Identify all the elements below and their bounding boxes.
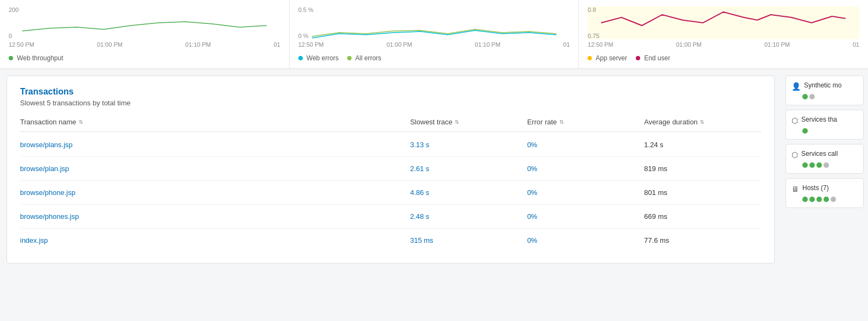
transactions-table-header: Transaction name ⇅ Slowest trace ⇅ Error… [20,118,761,132]
transaction-slowest: 2.48 s [410,212,527,221]
top-charts-container: 200 0 12:50 PM 01:00 PM 01:10 PM 01 Web … [0,0,868,69]
all-errors-dot [347,56,352,60]
services-call-icon: ⬡ [792,150,798,159]
hosts-dots [792,197,858,202]
services-call-dot-4 [824,162,829,168]
hosts-dot-3 [816,197,822,202]
web-errors-legend-item: Web errors [298,54,339,62]
services-that-dot-1 [802,128,808,134]
end-user-dot [636,56,640,60]
throughput-legend: Web throughput [9,52,280,62]
transactions-section: Transactions Slowest 5 transactions by t… [7,75,775,263]
col-header-name[interactable]: Transaction name ⇅ [20,118,410,126]
sort-name-icon: ⇅ [79,119,83,125]
transaction-slowest: 315 ms [410,236,527,244]
services-call-dot-2 [809,162,815,168]
apdex-legend: App server End user [588,52,859,62]
table-row: browse/phones.jsp 2.48 s 0% 669 ms [20,205,761,229]
apdex-y-bottom: 0.75 [588,33,599,39]
apdex-chart-panel: 0.8 0.75 12:50 PM 01:00 PM 01:10 PM 01 A… [579,0,868,68]
transaction-name-link[interactable]: browse/phones.jsp [20,212,410,221]
hosts-icon: 🖥 [792,185,799,193]
transaction-name-link[interactable]: browse/phone.jsp [20,188,410,197]
sort-slowest-icon: ⇅ [455,119,459,125]
apdex-y-labels: 0.8 0.75 [588,7,599,39]
hosts-dot-2 [809,197,815,202]
apdex-x-labels: 12:50 PM 01:00 PM 01:10 PM 01 [588,41,859,52]
transaction-name-link[interactable]: browse/plans.jsp [20,141,410,149]
transaction-slowest: 2.61 s [410,165,527,173]
throughput-svg [9,7,280,39]
transaction-name-link[interactable]: index.jsp [20,236,410,244]
synthetic-icon: 👤 [792,82,801,91]
transactions-subtitle: Slowest 5 transactions by total time [20,99,761,107]
throughput-dot [9,56,13,60]
transaction-error: 0% [527,212,644,221]
app-server-dot [588,56,592,60]
apdex-svg [588,7,859,39]
throughput-y-top: 200 [9,7,18,13]
sidebar-item-hosts[interactable]: 🖥 Hosts (7) [786,178,864,208]
sidebar-services-that-title: Services tha [801,116,837,124]
throughput-y-labels: 200 0 [9,7,18,39]
sidebar-services-that-header: ⬡ Services tha [792,116,858,125]
transaction-error: 0% [527,141,644,149]
apdex-y-top: 0.8 [588,7,599,13]
hosts-dot-1 [802,197,808,202]
transaction-avg: 801 ms [644,188,761,197]
sort-error-icon: ⇅ [559,119,564,125]
errors-svg [298,7,570,39]
sidebar-synthetic-header: 👤 Synthetic mo [792,81,858,91]
sidebar-services-call-title: Services call [801,150,838,159]
sidebar-hosts-title: Hosts (7) [802,184,829,193]
synthetic-dots [792,94,858,99]
main-content: Transactions Slowest 5 transactions by t… [0,69,868,270]
synthetic-dot-2 [809,94,815,99]
table-row: browse/plan.jsp 2.61 s 0% 819 ms [20,157,761,181]
services-call-dot-1 [802,162,808,168]
transaction-error: 0% [527,188,644,197]
sidebar-services-call-header: ⬡ Services call [792,150,858,159]
errors-legend: Web errors All errors [298,52,570,62]
web-errors-dot [298,56,303,60]
all-errors-legend-item: All errors [347,54,381,62]
throughput-chart-area: 200 0 [9,7,280,39]
transactions-title[interactable]: Transactions [20,87,761,97]
services-that-dots [792,128,858,134]
services-call-dots [792,162,858,168]
table-row: index.jsp 315 ms 0% 77.6 ms [20,229,761,252]
sidebar-item-services-that[interactable]: ⬡ Services tha [786,110,864,140]
synthetic-dot-1 [802,94,808,99]
sidebar-item-synthetic[interactable]: 👤 Synthetic mo [786,75,864,105]
table-row: browse/plans.jsp 3.13 s 0% 1.24 s [20,133,761,157]
errors-x-labels: 12:50 PM 01:00 PM 01:10 PM 01 [298,41,570,52]
hosts-dot-5 [831,197,836,202]
throughput-chart-panel: 200 0 12:50 PM 01:00 PM 01:10 PM 01 Web … [0,0,290,68]
errors-chart-panel: 0.5 % 0 % 12:50 PM 01:00 PM 01:10 PM 01 … [290,0,579,68]
col-header-slowest[interactable]: Slowest trace ⇅ [410,118,527,126]
sidebar-item-services-call[interactable]: ⬡ Services call [786,144,864,174]
errors-chart-area: 0.5 % 0 % [298,7,570,39]
throughput-legend-item: Web throughput [9,54,63,62]
transaction-name-link[interactable]: browse/plan.jsp [20,165,410,173]
transaction-avg: 819 ms [644,165,761,173]
sidebar: 👤 Synthetic mo ⬡ Services tha ⬡ Services… [781,69,868,270]
hosts-dot-4 [824,197,829,202]
table-row: browse/phone.jsp 4.86 s 0% 801 ms [20,181,761,205]
transaction-slowest: 4.86 s [410,188,527,197]
errors-y-labels: 0.5 % 0 % [298,7,314,39]
throughput-y-bottom: 0 [9,33,18,39]
sort-avg-icon: ⇅ [700,119,704,125]
transaction-error: 0% [527,236,644,244]
sidebar-synthetic-title: Synthetic mo [804,81,841,90]
app-server-legend-item: App server [588,54,627,62]
apdex-chart-area: 0.8 0.75 [588,7,859,39]
services-that-icon: ⬡ [792,116,798,125]
col-header-error[interactable]: Error rate ⇅ [527,118,644,126]
sidebar-hosts-header: 🖥 Hosts (7) [792,184,858,193]
col-header-avg[interactable]: Average duration ⇅ [644,118,761,126]
transaction-avg: 669 ms [644,212,761,221]
transaction-avg: 77.6 ms [644,236,761,244]
transaction-slowest: 3.13 s [410,141,527,149]
errors-y-bottom: 0 % [298,33,314,39]
